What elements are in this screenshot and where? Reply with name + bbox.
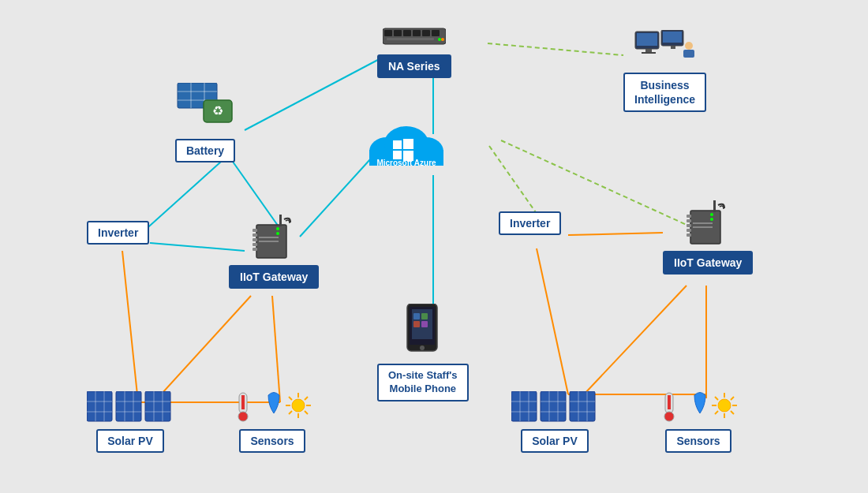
svg-rect-75 (693, 222, 713, 224)
svg-rect-22 (403, 30, 411, 36)
svg-point-36 (685, 42, 693, 50)
mobile-phone-icon (401, 304, 444, 359)
network-switch-icon (383, 22, 446, 50)
svg-line-110 (289, 411, 292, 414)
svg-line-0 (488, 43, 623, 55)
svg-rect-51 (403, 139, 413, 149)
battery-node: ♻ Battery (174, 83, 237, 162)
svg-text:Microsoft Azure: Microsoft Azure (376, 159, 436, 167)
svg-rect-37 (683, 50, 694, 58)
svg-rect-30 (637, 33, 657, 46)
svg-rect-31 (645, 49, 652, 52)
svg-rect-84 (421, 321, 428, 327)
svg-rect-95 (145, 391, 170, 421)
svg-line-108 (289, 397, 292, 400)
svg-point-26 (438, 38, 441, 41)
inverter-left-node: Inverter (87, 221, 149, 245)
svg-point-63 (276, 232, 279, 235)
svg-point-62 (276, 227, 279, 230)
na-series-label: NA Series (377, 54, 451, 78)
svg-line-12 (537, 248, 568, 394)
sensors-left-icon (233, 391, 312, 424)
svg-rect-58 (253, 238, 257, 241)
svg-text:♻: ♻ (212, 104, 223, 118)
svg-line-9 (154, 296, 251, 402)
svg-rect-71 (687, 233, 691, 237)
iiot-left-device-icon (245, 213, 304, 260)
svg-rect-56 (253, 229, 257, 232)
svg-line-137 (715, 411, 718, 414)
svg-rect-90 (116, 391, 141, 421)
svg-point-129 (664, 412, 674, 421)
iiot-left-node: IIoT Gateway (229, 213, 319, 289)
svg-rect-112 (511, 391, 537, 421)
solar-pv-left-node: Solar PV (87, 391, 174, 453)
iiot-right-node: IIoT Gateway (663, 199, 753, 275)
svg-rect-72 (713, 200, 716, 212)
svg-rect-65 (259, 241, 279, 242)
inverter-right-label: Inverter (499, 211, 561, 235)
svg-point-103 (292, 399, 305, 412)
sensors-right-icon (659, 391, 738, 424)
iiot-left-label: IIoT Gateway (229, 265, 319, 289)
iiot-right-device-icon (679, 199, 738, 246)
diagram: NA Series BusinessIntelligence (0, 0, 868, 493)
na-series-node: NA Series (377, 22, 451, 78)
svg-point-102 (238, 412, 248, 421)
svg-rect-34 (663, 32, 682, 43)
svg-rect-60 (253, 248, 257, 251)
svg-point-27 (441, 38, 444, 41)
azure-cloud-icon: Microsoft Azure (363, 120, 450, 169)
azure-node: Microsoft Azure (363, 120, 450, 174)
sensors-right-node: Sensors (659, 391, 738, 453)
svg-rect-83 (413, 321, 420, 327)
svg-line-10 (272, 296, 280, 402)
svg-point-130 (718, 399, 731, 412)
solar-battery-icon: ♻ (174, 83, 237, 134)
svg-rect-67 (687, 215, 691, 218)
svg-rect-76 (693, 226, 713, 228)
svg-line-138 (731, 397, 734, 400)
svg-rect-32 (642, 52, 656, 54)
svg-line-11 (122, 251, 138, 402)
svg-rect-81 (413, 313, 420, 319)
business-intel-label: BusinessIntelligence (623, 73, 706, 112)
sensors-left-label: Sensors (239, 429, 305, 453)
svg-rect-50 (393, 140, 402, 149)
sensors-left-node: Sensors (233, 391, 312, 453)
svg-point-73 (710, 213, 713, 216)
svg-rect-24 (422, 30, 430, 36)
svg-point-74 (710, 218, 713, 221)
solar-pv-left-label: Solar PV (96, 429, 164, 453)
workstation-icon (634, 30, 697, 68)
svg-rect-35 (671, 46, 675, 49)
svg-rect-70 (687, 229, 691, 232)
solar-pv-right-node: Solar PV (511, 391, 598, 453)
mobile-label: On-site Staff'sMobile Phone (377, 364, 469, 401)
svg-rect-59 (253, 243, 257, 246)
svg-rect-57 (253, 233, 257, 237)
svg-line-3 (142, 162, 221, 233)
mobile-node: On-site Staff'sMobile Phone (377, 304, 469, 401)
business-intel-node: BusinessIntelligence (623, 30, 706, 112)
solar-panels-left-icon (87, 391, 174, 424)
svg-rect-117 (541, 391, 566, 421)
svg-rect-122 (570, 391, 595, 421)
svg-rect-23 (413, 30, 421, 36)
inverter-left-label: Inverter (87, 221, 149, 245)
svg-rect-101 (241, 395, 245, 409)
svg-line-136 (731, 411, 734, 414)
svg-rect-61 (279, 215, 282, 226)
svg-point-80 (420, 345, 425, 350)
svg-rect-25 (432, 30, 440, 36)
svg-rect-82 (421, 313, 428, 319)
solar-panels-right-icon (511, 391, 598, 424)
svg-rect-21 (394, 30, 402, 36)
svg-line-111 (305, 397, 308, 400)
svg-line-2 (245, 55, 387, 130)
svg-rect-64 (259, 237, 279, 238)
solar-pv-right-label: Solar PV (521, 429, 589, 453)
svg-rect-68 (687, 219, 691, 222)
inverter-right-node: Inverter (499, 211, 561, 235)
svg-rect-20 (384, 30, 392, 36)
